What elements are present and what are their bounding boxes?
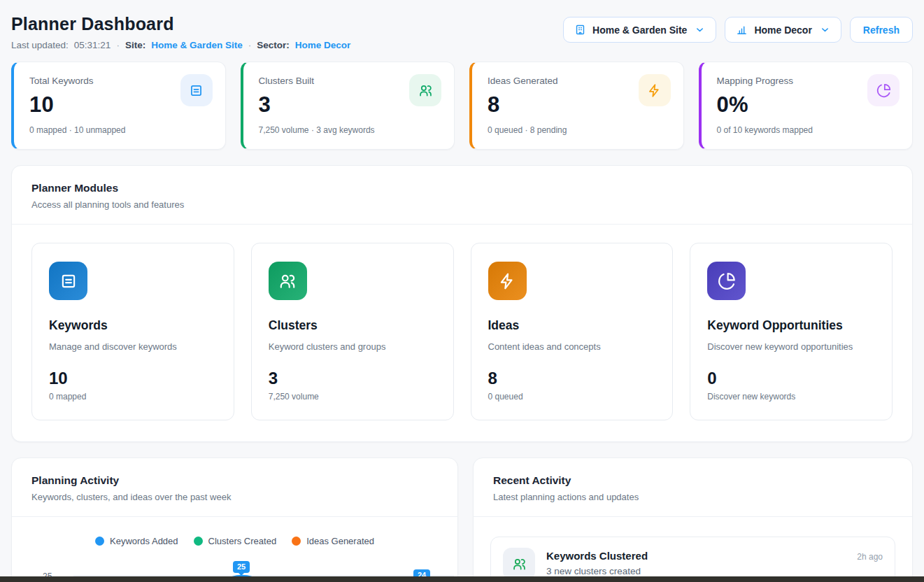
zap-icon (488, 262, 527, 300)
planning-activity-header: Planning Activity Keywords, clusters, an… (12, 458, 457, 516)
users-icon (409, 74, 441, 106)
recent-activity-list: Keywords Clustered 2h ago 3 new clusters… (474, 517, 912, 582)
legend-dot (292, 537, 301, 546)
activity-item-content: Keywords Clustered 2h ago 3 new clusters… (546, 548, 883, 580)
site-selector-dropdown[interactable]: Home & Garden Site (563, 17, 716, 43)
module-value: 0 (707, 369, 875, 388)
modules-grid: Keywords Manage and discover keywords 10… (12, 225, 912, 441)
stat-card-total-keywords: Total Keywords 10 0 mapped · 10 unmapped (11, 62, 226, 150)
activity-item-description: 3 new clusters created (546, 566, 883, 576)
header-meta: Last updated: 05:31:21 · Site: Home & Ga… (11, 40, 350, 50)
data-label-25: 25 (233, 561, 250, 573)
planner-modules-section: Planner Modules Access all planning tool… (11, 165, 913, 442)
module-subtext: 0 queued (488, 392, 656, 402)
last-updated-value: 05:31:21 (74, 40, 111, 50)
header-left: Planner Dashboard Last updated: 05:31:21… (11, 14, 350, 50)
meta-separator: · (116, 40, 120, 50)
bottom-row: Planning Activity Keywords, clusters, an… (11, 457, 913, 582)
planner-dashboard-page: Planner Dashboard Last updated: 05:31:21… (0, 0, 924, 582)
module-description: Keyword clusters and groups (269, 341, 436, 352)
recent-activity-header: Recent Activity Latest planning actions … (474, 458, 912, 516)
recent-activity-card: Recent Activity Latest planning actions … (473, 457, 913, 582)
taskbar-edge (0, 576, 924, 582)
module-description: Content ideas and concepts (488, 341, 656, 352)
module-card-keyword-opportunities[interactable]: Keyword Opportunities Discover new keywo… (690, 243, 893, 420)
legend-item-ideas-generated[interactable]: Ideas Generated (292, 536, 374, 546)
users-icon (503, 548, 535, 580)
legend-label: Clusters Created (208, 536, 277, 546)
activity-item-title: Keywords Clustered (546, 550, 648, 562)
planning-activity-subtitle: Keywords, clusters, and ideas over the p… (31, 492, 438, 502)
meta-separator: · (248, 40, 252, 50)
sector-selector-dropdown[interactable]: Home Decor (725, 17, 841, 43)
module-title: Ideas (488, 318, 656, 333)
site-link[interactable]: Home & Garden Site (151, 40, 243, 50)
stats-row: Total Keywords 10 0 mapped · 10 unmapped… (11, 62, 913, 150)
module-value: 8 (488, 369, 656, 388)
modules-title: Planner Modules (31, 182, 893, 194)
site-label: Site: (125, 40, 145, 50)
activity-item-keywords-clustered: Keywords Clustered 2h ago 3 new clusters… (490, 537, 895, 582)
users-icon (269, 262, 307, 300)
building-icon (574, 24, 586, 36)
module-card-ideas[interactable]: Ideas Content ideas and concepts 8 0 que… (471, 243, 674, 420)
recent-activity-title: Recent Activity (493, 474, 893, 487)
page-header: Planner Dashboard Last updated: 05:31:21… (11, 14, 913, 50)
recent-activity-subtitle: Latest planning actions and updates (493, 492, 893, 502)
planning-activity-title: Planning Activity (31, 474, 438, 487)
stat-card-ideas-generated: Ideas Generated 8 0 queued · 8 pending (469, 62, 684, 150)
module-value: 3 (269, 369, 436, 388)
divider (12, 516, 457, 517)
stat-card-clusters-built: Clusters Built 3 7,250 volume · 3 avg ke… (241, 62, 455, 150)
sector-selector-value: Home Decor (754, 24, 811, 36)
module-title: Keywords (49, 318, 217, 333)
module-value: 10 (49, 369, 217, 388)
module-subtext: 7,250 volume (269, 392, 436, 402)
legend-dot (194, 537, 203, 546)
stat-subtext: 0 mapped · 10 unmapped (29, 125, 211, 135)
zap-icon (639, 74, 671, 106)
module-description: Manage and discover keywords (49, 341, 217, 352)
header-controls: Home & Garden Site Home Decor Refresh (563, 17, 913, 43)
file-text-icon (180, 74, 213, 106)
sector-link[interactable]: Home Decor (295, 40, 351, 50)
stat-card-mapping-progress: Mapping Progress 0% 0 of 10 keywords map… (699, 62, 914, 150)
module-card-clusters[interactable]: Clusters Keyword clusters and groups 3 7… (251, 243, 454, 420)
bar-chart-icon (736, 24, 748, 36)
sector-label: Sector: (257, 40, 290, 50)
planning-activity-card: Planning Activity Keywords, clusters, an… (11, 457, 458, 582)
module-subtext: Discover new keywords (707, 392, 875, 402)
module-description: Discover new keyword opportunities (707, 341, 875, 352)
legend-item-clusters-created[interactable]: Clusters Created (194, 536, 277, 546)
legend-dot (95, 537, 104, 546)
chart-legend: Keywords Added Clusters Created Ideas Ge… (12, 536, 457, 546)
chevron-down-icon (820, 24, 830, 35)
modules-subtitle: Access all planning tools and features (31, 199, 893, 210)
legend-label: Keywords Added (110, 536, 178, 546)
last-updated-label: Last updated: (11, 40, 69, 50)
module-card-keywords[interactable]: Keywords Manage and discover keywords 10… (31, 243, 234, 420)
file-text-icon (49, 262, 87, 300)
refresh-button[interactable]: Refresh (850, 17, 913, 43)
activity-item-timestamp: 2h ago (857, 552, 883, 562)
modules-header: Planner Modules Access all planning tool… (12, 166, 912, 224)
refresh-label: Refresh (863, 24, 900, 36)
chevron-down-icon (695, 24, 705, 35)
module-title: Keyword Opportunities (707, 318, 875, 333)
module-title: Clusters (269, 318, 436, 333)
site-selector-value: Home & Garden Site (592, 24, 687, 36)
stat-subtext: 0 of 10 keywords mapped (717, 125, 899, 135)
pie-chart-icon (707, 262, 746, 300)
module-subtext: 0 mapped (49, 392, 217, 402)
stat-subtext: 7,250 volume · 3 avg keywords (259, 125, 441, 135)
stat-subtext: 0 queued · 8 pending (488, 125, 669, 135)
legend-item-keywords-added[interactable]: Keywords Added (95, 536, 178, 546)
pie-chart-icon (867, 74, 900, 106)
page-title: Planner Dashboard (11, 14, 350, 34)
legend-label: Ideas Generated (306, 536, 374, 546)
